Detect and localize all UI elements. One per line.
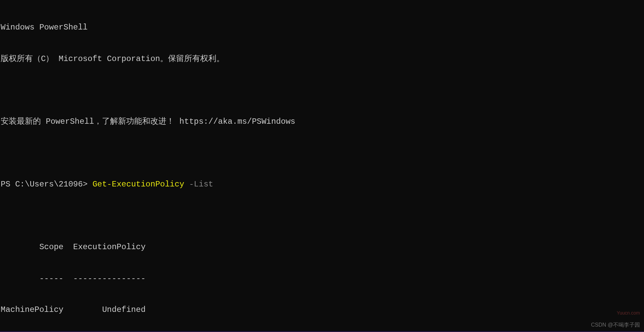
ps-title: Windows PowerShell xyxy=(1,22,643,33)
terminal-output[interactable]: Windows PowerShell 版权所有（C） Microsoft Cor… xyxy=(1,1,643,332)
cell-policy: Undefined xyxy=(68,305,146,315)
cell-scope: MachinePolicy xyxy=(1,305,63,315)
table-row: MachinePolicyUndefined xyxy=(1,305,643,315)
sep-scope: ----- xyxy=(1,273,63,284)
blank-line xyxy=(1,211,643,221)
table-header: ScopeExecutionPolicy xyxy=(1,242,643,252)
watermark-yuucn: Yuucn.com xyxy=(617,310,640,316)
command-argument: -List xyxy=(184,180,213,189)
command-line-1: PS C:\Users\21096> Get-ExecutionPolicy -… xyxy=(1,179,643,189)
ps-prompt: PS C:\Users\21096> xyxy=(1,180,93,189)
header-scope: Scope xyxy=(1,242,63,252)
blank-line xyxy=(1,85,643,96)
ps-copyright: 版权所有（C） Microsoft Corporation。保留所有权利。 xyxy=(1,54,643,64)
command-name: Get-ExecutionPolicy xyxy=(93,180,184,189)
sep-policy: --------------- xyxy=(68,273,146,284)
table-separator: -------------------- xyxy=(1,273,643,284)
blank-line xyxy=(1,148,643,158)
header-policy: ExecutionPolicy xyxy=(68,242,146,252)
watermark-csdn: CSDN @不喝李子园 xyxy=(591,322,640,329)
ps-install-hint: 安装最新的 PowerShell，了解新功能和改进！ https://aka.m… xyxy=(1,116,643,127)
